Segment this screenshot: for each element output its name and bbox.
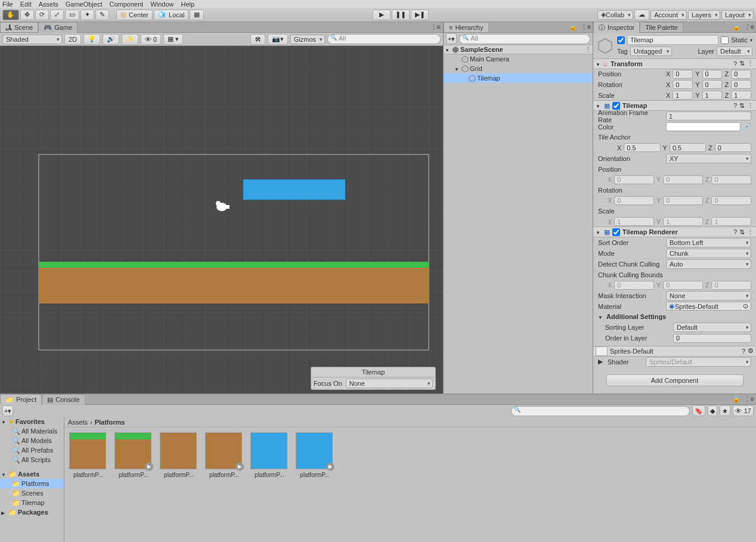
filter-type-icon[interactable]: 🔖 — [692, 405, 705, 416]
layers-dropdown[interactable]: Layers — [688, 10, 720, 20]
draw-mode-dropdown[interactable]: Shaded — [2, 35, 62, 44]
asset-item[interactable]: ▶platformP... — [296, 432, 334, 478]
scl-x[interactable]: 1 — [673, 91, 693, 100]
tilemap-enabled[interactable] — [612, 102, 620, 110]
help-icon[interactable]: ? — [742, 348, 745, 355]
tab-tile-palette[interactable]: Tile Palette — [640, 22, 683, 32]
scene-search[interactable]: All — [327, 34, 441, 44]
tab-project[interactable]: 📁 Project — [0, 394, 42, 405]
camera-icon[interactable]: 📷▾ — [268, 34, 288, 45]
mode-dropdown[interactable]: Chunk — [666, 249, 751, 258]
cloud-button[interactable]: ☁ — [634, 10, 649, 20]
crumb-platforms[interactable]: Platforms — [95, 419, 125, 426]
menu-assets[interactable]: Assets — [39, 1, 58, 8]
audio-toggle[interactable]: 🔊 — [103, 34, 119, 45]
scene-root[interactable]: SampleScene ⋮ — [444, 45, 593, 54]
hierarchy-item-tilemap[interactable]: Tilemap — [444, 73, 593, 83]
asset-item[interactable]: platformP... — [250, 432, 289, 478]
gizmos-dropdown[interactable]: Gizmos — [290, 35, 325, 44]
move-tool[interactable]: ✥ — [20, 10, 34, 20]
asset-item[interactable]: ▶platformP... — [205, 432, 243, 478]
layer-dropdown[interactable]: Default — [717, 47, 752, 56]
scl-z[interactable]: 1 — [731, 91, 751, 100]
help-icon[interactable]: ? — [733, 228, 737, 236]
panel-lock-icon[interactable]: 🔒 — [567, 23, 579, 31]
detect-dropdown[interactable]: Auto — [666, 259, 751, 269]
create-dropdown[interactable]: +▾ — [446, 33, 457, 44]
menu-component[interactable]: Component — [109, 1, 143, 8]
pos-z[interactable]: 0 — [731, 70, 751, 79]
grid-snap[interactable]: ▦ — [190, 10, 204, 20]
menu-icon[interactable]: ⋮ — [747, 102, 754, 110]
grid-toggle[interactable]: ▦ ▾ — [163, 34, 183, 45]
tools-icon[interactable]: 🛠 — [250, 34, 265, 45]
preset-icon[interactable]: ⇅ — [739, 228, 745, 236]
fav-materials[interactable]: 🔍 All Materials — [0, 426, 64, 436]
light-toggle[interactable]: 💡 — [83, 34, 100, 45]
pause-button[interactable]: ❚❚ — [392, 10, 410, 20]
menu-file[interactable]: File — [2, 1, 13, 8]
orderlayer-field[interactable]: 0 — [673, 334, 751, 343]
hierarchy-item-grid[interactable]: Grid — [444, 64, 593, 73]
project-search[interactable] — [511, 406, 690, 416]
menu-window[interactable]: Window — [150, 1, 173, 8]
tab-scene[interactable]: 🏞 Scene — [0, 22, 38, 32]
active-checkbox[interactable] — [617, 36, 625, 44]
fav-scripts[interactable]: 🔍 All Scripts — [0, 455, 64, 464]
assets-header[interactable]: 📁Assets — [0, 469, 64, 479]
asset-item[interactable]: platformP... — [69, 432, 107, 478]
pivot-center[interactable]: ◎Center — [116, 10, 153, 20]
panel-menu-icon[interactable]: ⋮≡ — [579, 23, 593, 31]
folder-tilemap[interactable]: 📁 Tilemap — [0, 498, 64, 507]
2d-toggle[interactable]: 2D — [64, 34, 81, 45]
hierarchy-search[interactable]: All — [459, 34, 590, 44]
crumb-assets[interactable]: Assets — [68, 419, 88, 426]
panel-lock-icon[interactable]: 🔒 — [730, 23, 742, 31]
custom-tool[interactable]: ✎ — [95, 10, 109, 20]
step-button[interactable]: ▶❚ — [411, 10, 429, 20]
account-dropdown[interactable]: Account — [650, 10, 687, 20]
tab-game[interactable]: 🎮 Game — [38, 22, 78, 33]
renderer-enabled[interactable] — [612, 228, 620, 236]
rot-x[interactable]: 0 — [673, 80, 693, 89]
panel-menu-icon[interactable]: ⋮≡ — [742, 23, 756, 31]
mat-field[interactable]: ◉ Sprites-Default⊙ — [666, 302, 751, 311]
focus-on-dropdown[interactable]: None — [346, 379, 433, 388]
menu-edit[interactable]: Edit — [20, 1, 32, 8]
folder-scenes[interactable]: 📁 Scenes — [0, 488, 64, 498]
favorite-icon[interactable]: ★ — [720, 405, 730, 416]
hidden-count[interactable]: 👁17 — [733, 405, 754, 416]
project-create[interactable]: +▾ — [2, 405, 13, 416]
menu-help[interactable]: Help — [181, 1, 194, 8]
scene-viewport[interactable]: Tilemap Focus On None — [0, 46, 443, 394]
rect-tool[interactable]: ▭ — [65, 10, 79, 20]
pivot-local[interactable]: 🧊Local — [154, 10, 188, 20]
sort-dropdown[interactable]: Bottom Left — [666, 238, 751, 247]
tag-dropdown[interactable]: Untagged — [630, 47, 672, 56]
pos-x[interactable]: 0 — [673, 70, 693, 79]
rot-y[interactable]: 0 — [702, 80, 723, 89]
anchor-y[interactable]: 0.5 — [670, 143, 706, 152]
transform-header[interactable]: ⟀ Transform ? ⇅ ⋮ — [593, 58, 756, 69]
orient-dropdown[interactable]: XY — [666, 154, 751, 163]
add-component-button[interactable]: Add Component — [606, 374, 743, 386]
panel-menu-icon[interactable]: ⋮≡ — [428, 23, 443, 31]
additional-label[interactable]: Additional Settings — [606, 313, 666, 320]
menu-icon[interactable]: ⋮ — [747, 228, 754, 236]
fav-models[interactable]: 🔍 All Models — [0, 436, 64, 445]
preset-icon[interactable]: ⇅ — [739, 102, 745, 110]
menu-gameobject[interactable]: GameObject — [66, 1, 103, 8]
transform-tool[interactable]: ✦ — [80, 10, 94, 20]
sortlayer-dropdown[interactable]: Default — [673, 323, 751, 332]
help-icon[interactable]: ? — [733, 102, 737, 109]
folder-platforms[interactable]: 📁 Platforms — [0, 479, 64, 488]
panel-menu-icon[interactable]: ⋮≡ — [742, 395, 756, 403]
panel-lock-icon[interactable]: 🔒 — [730, 395, 742, 403]
filter-label-icon[interactable]: ◆ — [708, 405, 717, 416]
collab-dropdown[interactable]: ◈ Collab — [597, 10, 633, 20]
rotate-tool[interactable]: ⟳ — [35, 10, 49, 20]
layout-dropdown[interactable]: Layout — [721, 10, 754, 20]
preset-icon[interactable]: ⇅ — [739, 60, 745, 67]
mask-dropdown[interactable]: None — [666, 291, 751, 301]
favorites-header[interactable]: ★Favorites — [0, 417, 64, 426]
